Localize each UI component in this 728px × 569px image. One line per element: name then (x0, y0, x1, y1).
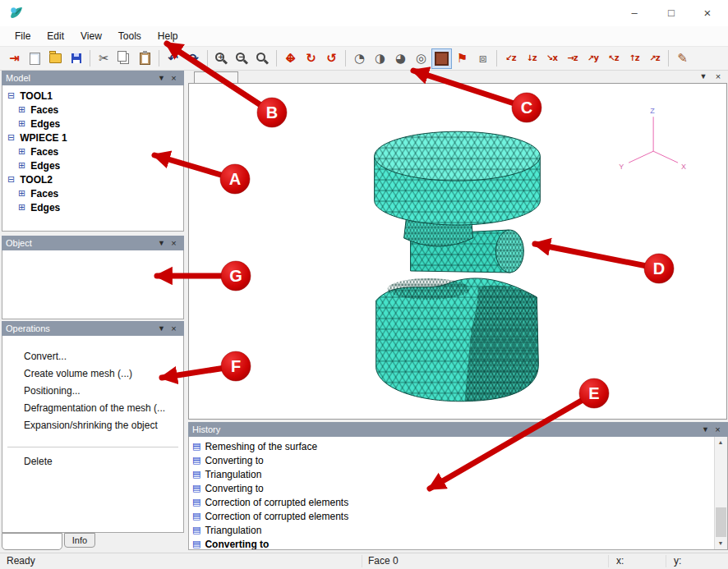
save-icon (71, 53, 81, 63)
brush-button[interactable]: ✎ (672, 48, 693, 69)
zoom-out-icon: − (236, 53, 248, 65)
view-axis-4-button[interactable]: →z (562, 48, 583, 69)
view-axis-1-button[interactable]: ↙z (500, 48, 521, 69)
history-item[interactable]: ▤Remeshing of the surface (192, 439, 727, 453)
zoom-window-button[interactable] (252, 48, 273, 69)
view-axis-3-icon: ↘x (546, 54, 557, 62)
tree-item-faces[interactable]: ⊞Faces (2, 186, 183, 200)
object-panel: Object ▼ × (2, 236, 184, 319)
paste-button[interactable] (135, 48, 155, 69)
collapse-node-icon[interactable]: ⊟ (7, 174, 15, 185)
object-panel-header: Object ▼ × (2, 236, 184, 250)
operation-item-delete[interactable]: Delete (2, 452, 183, 470)
flag-button[interactable]: ⚑ (452, 48, 472, 69)
operation-item[interactable]: Convert... (2, 347, 183, 365)
expand-node-icon[interactable]: ⊞ (18, 146, 25, 157)
history-item[interactable]: ▤Converting to (192, 537, 727, 550)
history-scrollbar[interactable]: ▲ ▼ (714, 437, 727, 549)
menu-file[interactable]: File (7, 26, 39, 46)
close-button[interactable]: × (693, 0, 721, 25)
tree-item-edges[interactable]: ⊞Edges (2, 117, 183, 131)
mesh-view-button[interactable] (431, 48, 452, 69)
undo-button[interactable]: ↶ (163, 48, 183, 69)
menu-tools[interactable]: Tools (110, 26, 150, 46)
view-axis-3-button[interactable]: ↘x (541, 48, 562, 69)
new-file-button[interactable] (25, 48, 45, 69)
view-axis-7-button[interactable]: ↑z (624, 48, 644, 69)
scroll-up-icon[interactable]: ▲ (715, 437, 726, 448)
save-button[interactable] (66, 48, 86, 69)
tree-item-wpiece-1[interactable]: ⊟WPIECE 1 (2, 131, 183, 145)
wire-cube-button[interactable]: ⧈ (472, 48, 493, 69)
collapse-node-icon[interactable]: ⊟ (7, 90, 15, 101)
view-axis-2-button[interactable]: ↓z (521, 48, 541, 69)
pan-button[interactable]: ↔ (280, 48, 301, 69)
tree-item-edges[interactable]: ⊞Edges (2, 158, 183, 172)
viewport-canvas[interactable]: Z Y X (188, 83, 727, 420)
render-mode-4-button[interactable]: ◎ (411, 48, 431, 69)
maximize-button[interactable]: □ (657, 0, 685, 25)
view-axis-6-button[interactable]: ↖z (603, 48, 624, 69)
menu-bar: File Edit View Tools Help (0, 26, 728, 46)
tree-item-faces[interactable]: ⊞Faces (2, 145, 183, 158)
menu-edit[interactable]: Edit (39, 26, 72, 46)
scrollbar-thumb[interactable] (716, 507, 726, 537)
expand-node-icon[interactable]: ⊞ (18, 202, 25, 213)
rotate-ccw-button[interactable]: ↺ (321, 48, 342, 69)
render-mode-2-button[interactable]: ◑ (370, 48, 390, 69)
collapse-panel-icon[interactable]: ▼ (699, 423, 712, 436)
tab-info[interactable]: Info (64, 533, 95, 548)
history-item[interactable]: ▤Triangulation (192, 467, 727, 481)
tab-main[interactable] (2, 533, 62, 550)
expand-node-icon[interactable]: ⊞ (18, 104, 25, 115)
render-mode-1-button[interactable]: ◔ (349, 48, 370, 69)
redo-button[interactable]: ↷ (183, 48, 204, 69)
operation-item[interactable]: Defragmentation of the mesh (... (2, 399, 183, 416)
collapse-panel-icon[interactable]: ▼ (155, 236, 168, 250)
operation-item[interactable]: Expansion/shrinking the object (2, 416, 183, 434)
history-item[interactable]: ▤Triangulation (192, 523, 727, 537)
object-panel-content (2, 250, 184, 319)
tree-item-edges[interactable]: ⊞Edges (2, 200, 183, 214)
expand-node-icon[interactable]: ⊞ (18, 160, 25, 171)
history-item[interactable]: ▤Converting to (192, 481, 727, 495)
collapse-node-icon[interactable]: ⊟ (7, 132, 15, 143)
close-panel-icon[interactable]: × (168, 236, 180, 250)
exit-icon: ⇥ (9, 53, 20, 65)
open-folder-button[interactable] (45, 48, 66, 69)
render-mode-3-button[interactable]: ◕ (390, 48, 411, 69)
expand-node-icon[interactable]: ⊞ (18, 188, 25, 199)
tree-item-faces[interactable]: ⊞Faces (2, 103, 183, 117)
tree-item-tool2[interactable]: ⊟TOOL2 (2, 172, 183, 186)
viewport-tab[interactable] (194, 71, 238, 83)
expand-node-icon[interactable]: ⊞ (18, 118, 25, 129)
status-ready: Ready (7, 555, 35, 567)
close-panel-icon[interactable]: × (712, 423, 724, 436)
zoom-in-button[interactable]: + (211, 48, 232, 69)
collapse-panel-icon[interactable]: ▼ (155, 71, 168, 85)
view-axis-5-button[interactable]: ↗y (583, 48, 603, 69)
collapse-panel-icon[interactable]: ▼ (155, 322, 168, 335)
copy-button[interactable] (114, 48, 135, 69)
history-item[interactable]: ▤Correction of corrupted elements (192, 509, 727, 523)
cut-button[interactable]: ✂ (94, 48, 114, 69)
menu-help[interactable]: Help (150, 26, 187, 46)
exit-button[interactable]: ⇥ (4, 48, 25, 69)
open-folder-icon (49, 53, 62, 63)
menu-view[interactable]: View (72, 26, 110, 46)
close-panel-icon[interactable]: × (168, 71, 180, 85)
view-axis-8-button[interactable]: ↗z (644, 48, 665, 69)
close-panel-icon[interactable]: × (168, 322, 180, 335)
scroll-down-icon[interactable]: ▼ (715, 538, 726, 549)
tree-item-tool1[interactable]: ⊟TOOL1 (2, 89, 183, 103)
history-item[interactable]: ▤Converting to (192, 453, 727, 467)
view-axis-6-icon: ↖z (608, 54, 618, 62)
collapse-panel-icon[interactable]: ▼ (697, 71, 710, 82)
operation-item[interactable]: Positioning... (2, 382, 183, 399)
zoom-out-button[interactable]: − (232, 48, 252, 69)
rotate-cw-button[interactable]: ↻ (301, 48, 321, 69)
operation-item[interactable]: Create volume mesh (...) (2, 365, 183, 382)
minimize-button[interactable]: – (620, 0, 648, 25)
close-panel-icon[interactable]: × (712, 71, 725, 82)
history-item[interactable]: ▤Correction of corrupted elements (192, 495, 727, 509)
